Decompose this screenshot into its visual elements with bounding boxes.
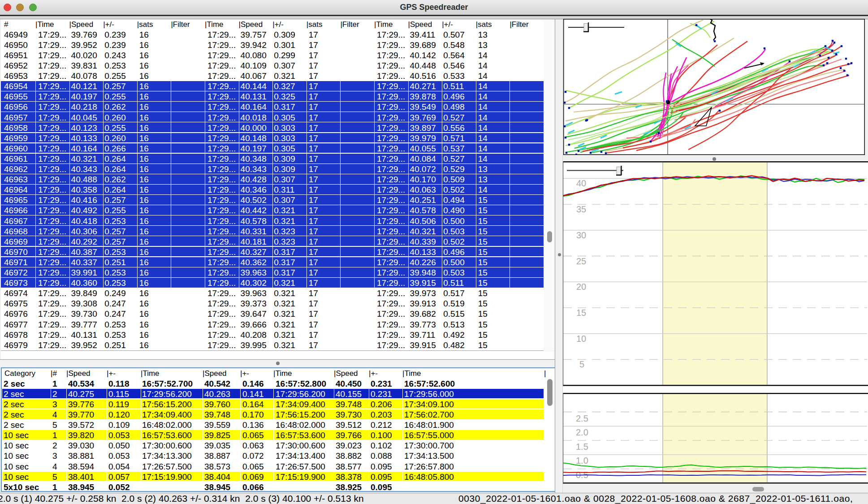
svg-text:35: 35 [576,204,586,214]
svg-text:5: 5 [579,359,584,369]
svg-text:20: 20 [576,282,586,292]
svg-text:30: 30 [576,230,586,240]
svg-text:40: 40 [576,178,586,188]
svg-text:1.5: 1.5 [576,442,588,452]
svg-text:10: 10 [576,334,586,344]
svg-text:15: 15 [576,308,586,318]
svg-text:2.0: 2.0 [576,427,588,437]
svg-text:2.5: 2.5 [576,414,588,423]
svg-text:25: 25 [576,256,586,266]
svg-text:1.0: 1.0 [576,456,588,465]
